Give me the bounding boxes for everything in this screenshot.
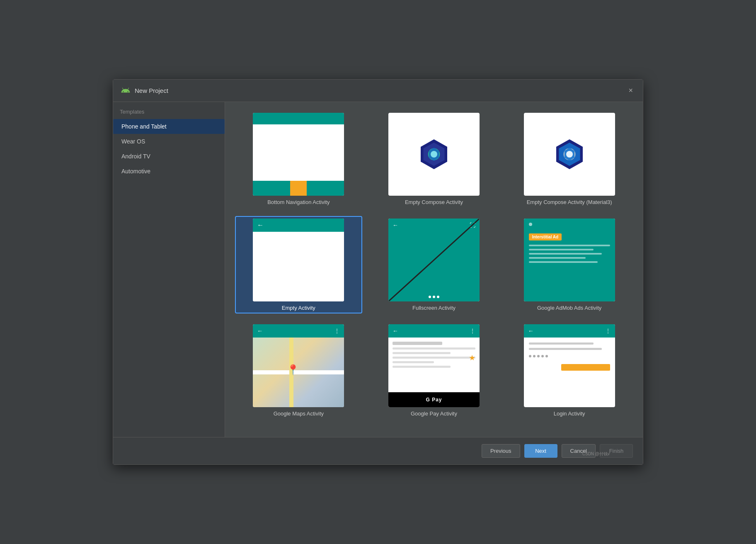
template-empty-compose-activity[interactable]: Empty Compose Activity xyxy=(371,110,498,208)
template-name-empty-activity: Empty Activity xyxy=(282,305,315,311)
google-pay-label: G Pay xyxy=(426,397,442,403)
dialog-footer: Previous Next Cancel Finish xyxy=(113,437,643,464)
svg-line-10 xyxy=(388,219,480,301)
admob-ad-badge: Interstitial Ad xyxy=(529,233,562,240)
template-preview-login: ← ⋮ xyxy=(524,324,615,407)
login-menu-icon: ⋮ xyxy=(605,328,611,334)
sidebar-item-android-tv[interactable]: Android TV xyxy=(113,149,225,164)
template-maps-activity[interactable]: ← ⋮ 📍 Google Maps Activity xyxy=(235,322,362,419)
pay-menu-icon: ⋮ xyxy=(470,328,475,334)
template-bottom-navigation-activity[interactable]: Bottom Navigation Activity xyxy=(235,110,362,208)
maps-menu-icon: ⋮ xyxy=(334,328,340,334)
fullscreen-diagonal xyxy=(388,219,480,301)
template-name-bottom-nav: Bottom Navigation Activity xyxy=(267,199,330,205)
template-empty-activity[interactable]: ← Empty Activity xyxy=(235,216,362,313)
maps-arrow-icon: ← xyxy=(257,328,263,334)
template-empty-compose-material3[interactable]: Empty Compose Activity (Material3) xyxy=(506,110,633,208)
compose-m3-hex-icon xyxy=(553,138,586,171)
sidebar: Templates Phone and Tablet Wear OS Andro… xyxy=(113,102,225,437)
previous-button[interactable]: Previous xyxy=(482,444,520,458)
pay-star-icon: ★ xyxy=(469,353,475,362)
title-bar: New Project × xyxy=(113,80,643,102)
content-area: Templates Phone and Tablet Wear OS Andro… xyxy=(113,102,643,437)
empty-activity-arrow-icon: ← xyxy=(257,221,264,229)
template-name-login: Login Activity xyxy=(554,410,585,417)
template-name-pay: Google Pay Activity xyxy=(411,410,457,417)
close-button[interactable]: × xyxy=(626,85,635,96)
template-name-empty-compose: Empty Compose Activity xyxy=(405,199,463,205)
template-name-empty-compose-m3: Empty Compose Activity (Material3) xyxy=(527,199,612,205)
template-name-fullscreen: Fullscreen Activity xyxy=(412,305,456,311)
dialog-title: New Project xyxy=(135,87,168,94)
title-bar-left: New Project xyxy=(121,86,168,96)
pay-arrow-icon: ← xyxy=(393,328,398,334)
map-pin-icon: 📍 xyxy=(287,364,299,376)
template-fullscreen-activity[interactable]: ← ⛶ Ful xyxy=(371,216,498,313)
login-arrow-icon: ← xyxy=(528,328,534,334)
next-button[interactable]: Next xyxy=(524,444,557,458)
sidebar-section-label: Templates xyxy=(113,109,225,119)
template-preview-pay: ← ⋮ ★ xyxy=(388,324,480,407)
new-project-dialog: New Project × Templates Phone and Tablet… xyxy=(113,79,643,465)
templates-grid-container: Bottom Navigation Activity xyxy=(225,102,643,437)
template-preview-bottom-nav xyxy=(253,113,344,196)
template-preview-maps: ← ⋮ 📍 xyxy=(253,324,344,407)
template-login-activity[interactable]: ← ⋮ xyxy=(506,322,633,419)
template-preview-empty: ← xyxy=(253,219,344,301)
svg-point-9 xyxy=(566,151,573,158)
template-preview-empty-compose-m3 xyxy=(524,113,615,196)
svg-point-4 xyxy=(431,151,437,158)
compose-hex-icon xyxy=(417,138,451,171)
sidebar-item-automotive[interactable]: Automotive xyxy=(113,164,225,179)
android-icon xyxy=(121,86,131,96)
template-preview-fullscreen: ← ⛶ xyxy=(388,219,480,301)
sidebar-item-phone-and-tablet[interactable]: Phone and Tablet xyxy=(113,119,225,134)
watermark-text: CSDN @付钱v xyxy=(582,451,610,457)
template-preview-empty-compose xyxy=(388,113,480,196)
template-preview-admob: Interstitial Ad xyxy=(524,219,615,301)
template-name-maps: Google Maps Activity xyxy=(274,410,324,417)
template-pay-activity[interactable]: ← ⋮ ★ xyxy=(371,322,498,419)
template-admob-ads-activity[interactable]: Interstitial Ad Google AdMob Ads Activit… xyxy=(506,216,633,313)
template-name-admob: Google AdMob Ads Activity xyxy=(537,305,601,311)
templates-grid: Bottom Navigation Activity xyxy=(235,110,633,419)
sidebar-item-wear-os[interactable]: Wear OS xyxy=(113,134,225,149)
